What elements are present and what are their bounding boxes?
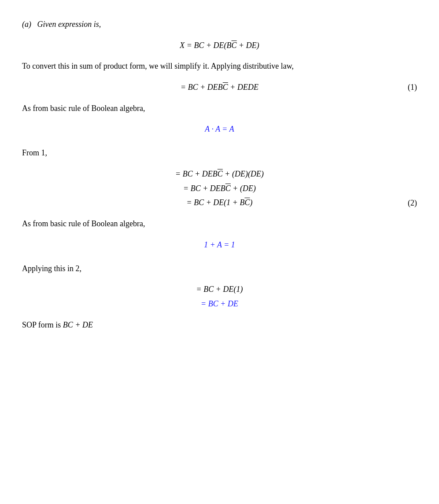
from1-text: From 1, — [22, 146, 417, 160]
final-step1-text: = BC + DE(1) — [196, 283, 243, 296]
step3-row: = BC + DE(1 + BC) (2) — [22, 196, 417, 209]
boolean-rule1-text: As from basic rule of Boolean algebra, — [22, 102, 417, 115]
steps-block: = BC + DEBC + (DE)(DE) = BC + DEBC + (DE… — [22, 168, 417, 209]
step2-row: = BC + DEBC + (DE) — [22, 182, 417, 195]
sop-conclusion: SOP form is BC + DE — [22, 318, 417, 332]
final-steps-block: = BC + DE(1) = BC + DE — [22, 283, 417, 310]
boolean-rule2-eq-text: 1 + A = 1 — [204, 240, 235, 249]
boolean-rule1-equation: A · A = A — [22, 123, 417, 136]
equation-1-block: = BC + DEBC + DEDE (1) — [22, 81, 417, 94]
equation-1-content: = BC + DEBC + DEDE — [181, 81, 258, 94]
equation-1-row: = BC + DEBC + DEDE (1) — [22, 81, 417, 94]
main-content: (a) Given expression is, X = BC + DE(BC … — [22, 18, 417, 331]
step1-row: = BC + DEBC + (DE)(DE) — [22, 168, 417, 180]
distributive-text: To convert this in sum of product form, … — [22, 59, 417, 73]
final-step2-text: = BC + DE — [201, 298, 238, 310]
step3-text: = BC + DE(1 + BC) — [187, 196, 253, 209]
boolean-rule1-eq-text: A · A = A — [205, 125, 234, 133]
step1-text: = BC + DEBC + (DE)(DE) — [175, 168, 264, 180]
boolean-rule2-text: As from basic rule of Boolean algebra, — [22, 217, 417, 231]
sop-label: SOP form is — [22, 320, 63, 329]
equation-1-number: (1) — [408, 81, 417, 94]
applying-text: Applying this in 2, — [22, 262, 417, 276]
intro-section: (a) Given expression is, — [22, 18, 417, 31]
boolean-rule2-equation: 1 + A = 1 — [22, 239, 417, 251]
main-equation: X = BC + DE(BC + DE) — [22, 39, 417, 52]
step2-text: = BC + DEBC + (DE) — [183, 182, 256, 195]
sop-expression: BC + DE — [63, 320, 93, 329]
equation-2-number: (2) — [408, 196, 417, 209]
final-step1-row: = BC + DE(1) — [22, 283, 417, 296]
final-step2-row: = BC + DE — [22, 298, 417, 310]
main-equation-text: X = BC + DE(BC + DE) — [180, 41, 259, 50]
part-label: (a) Given expression is, — [22, 20, 101, 29]
